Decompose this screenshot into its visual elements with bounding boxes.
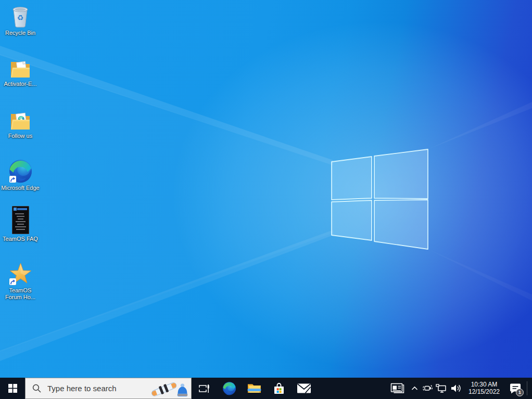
screenshot-thumbnail-icon	[12, 206, 29, 234]
shortcut-arrow-icon	[9, 278, 16, 285]
desktop-icon-label: Activator-E...	[4, 81, 37, 87]
desktop-icon-recycle-bin[interactable]: ♻ Recycle Bin	[1, 3, 40, 36]
network-ethernet-icon	[436, 384, 447, 393]
edge-icon	[222, 381, 236, 395]
recycle-bin-icon: ♻	[10, 4, 31, 28]
shortcut-arrow-icon	[9, 176, 16, 183]
speaker-icon	[450, 384, 462, 393]
volume-button[interactable]	[448, 378, 463, 399]
taskbar-clock[interactable]: 10:30 AM 12/15/2022	[463, 378, 505, 399]
start-button[interactable]	[0, 378, 25, 399]
desktop-wallpaper	[0, 0, 532, 399]
clock-date: 12/15/2022	[468, 389, 500, 395]
search-highlight-snowboard-icon	[149, 379, 189, 398]
meet-now-button[interactable]	[421, 378, 434, 399]
action-center-button[interactable]: 1	[505, 378, 526, 399]
taskbar-search[interactable]	[25, 378, 192, 399]
taskbar-mail-button[interactable]	[292, 378, 316, 399]
taskbar: 10:30 AM 12/15/2022 1	[0, 378, 532, 399]
desktop-icon-label: Follow us	[8, 133, 32, 139]
desktop-icon-follow-us[interactable]: Follow us	[1, 106, 40, 139]
chevron-up-icon	[411, 386, 418, 391]
search-icon	[32, 384, 41, 393]
task-view-button[interactable]	[192, 378, 217, 399]
mail-icon	[297, 383, 311, 393]
desktop-icon-label: Recycle Bin	[5, 30, 35, 36]
microsoft-store-icon	[273, 382, 285, 395]
taskbar-file-explorer-button[interactable]	[242, 378, 267, 399]
search-input[interactable]	[46, 383, 144, 393]
system-tray: 10:30 AM 12/15/2022 1	[386, 378, 532, 399]
desktop-icon-label: TeamOS Forum Ho...	[1, 287, 40, 301]
folder-edge-icon	[9, 110, 31, 131]
file-explorer-icon	[247, 382, 261, 394]
windows-start-icon	[8, 384, 17, 393]
windows-logo	[0, 0, 532, 399]
desktop-icon-teamos-forum[interactable]: TeamOS Forum Ho...	[1, 259, 40, 301]
notification-count-badge: 1	[516, 389, 524, 396]
taskbar-empty-area	[316, 378, 386, 399]
desktop-icon-label: Microsoft Edge	[1, 185, 39, 191]
desktop-icon-microsoft-edge[interactable]: Microsoft Edge	[1, 157, 40, 191]
task-view-icon	[198, 383, 210, 394]
meet-now-icon	[422, 383, 433, 393]
svg-text:♻: ♻	[17, 14, 24, 22]
desktop-icon-teamos-faq[interactable]: TeamOS FAQ	[1, 206, 40, 242]
show-desktop-button[interactable]	[528, 378, 532, 399]
show-hidden-icons-button[interactable]	[408, 378, 421, 399]
taskbar-store-button[interactable]	[267, 378, 292, 399]
tray-divider	[527, 381, 527, 395]
clock-time: 10:30 AM	[471, 381, 498, 388]
network-button[interactable]	[434, 378, 448, 399]
folder-document-icon	[9, 58, 31, 79]
taskbar-edge-button[interactable]	[217, 378, 242, 399]
desktop-icon-activator[interactable]: Activator-E...	[1, 54, 40, 87]
news-icon	[390, 383, 404, 394]
desktop-icon-label: TeamOS FAQ	[3, 236, 38, 242]
news-and-interests-button[interactable]	[386, 378, 408, 399]
